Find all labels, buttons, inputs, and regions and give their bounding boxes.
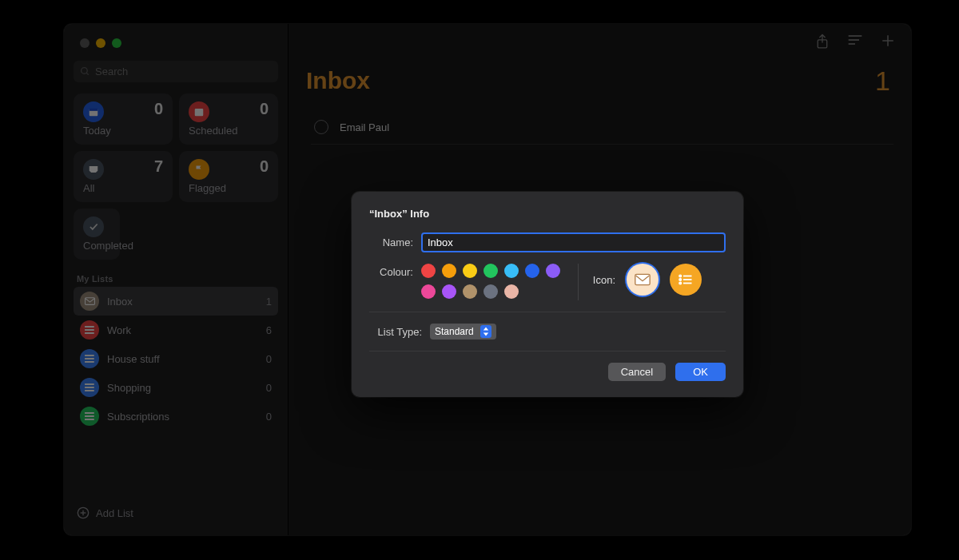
add-list-label: Add List [96,507,133,519]
sidebar-section-label: My Lists [77,274,275,284]
sidebar-list-count: 0 [266,411,272,423]
bullet-list-icon [678,274,693,285]
colour-swatches [421,264,573,299]
smart-today[interactable]: 0 Today [74,93,173,145]
colour-swatch[interactable] [546,264,560,278]
smart-completed[interactable]: Completed [74,209,120,260]
vertical-separator [578,264,579,300]
colour-swatch[interactable] [525,264,539,278]
flag-icon [189,159,209,180]
sidebar-list-inbox[interactable]: Inbox 1 [74,287,278,316]
search-field[interactable] [74,61,278,82]
smart-lists: 0 Today 0 Scheduled 7 All [74,93,278,202]
reminder-title: Email Paul [340,121,389,133]
sidebar-list-house[interactable]: House stuff 0 [74,344,278,373]
smart-flagged-label: Flagged [189,182,269,194]
icon-option-bullet-list[interactable] [670,264,702,296]
cancel-button[interactable]: Cancel [608,363,666,381]
colour-icon-row: Colour: Icon: [369,264,726,300]
search-icon [80,66,90,77]
list-info-dialog: “Inbox” Info Name: Colour: Icon: [352,192,743,397]
colour-label: Colour: [369,264,413,278]
colour-swatch[interactable] [483,284,498,299]
envelope-icon [80,292,99,311]
svg-line-1 [86,73,89,75]
sidebar: 0 Today 0 Scheduled 7 All [64,24,288,535]
sidebar-list-shopping[interactable]: Shopping 0 [74,373,278,402]
smart-today-count: 0 [154,100,163,118]
separator [369,312,726,312]
colour-swatch[interactable] [463,284,477,299]
smart-flagged[interactable]: 0 Flagged [179,151,278,202]
list-title: Inbox [306,67,893,94]
icon-label: Icon: [583,274,615,286]
sidebar-list-label: Shopping [107,382,258,394]
list-icon [80,320,99,340]
colour-swatch[interactable] [421,264,436,278]
sidebar-list-count: 0 [266,353,272,365]
calendar-today-icon [83,101,104,122]
list-icon [80,378,99,397]
svg-rect-15 [635,274,650,284]
svg-rect-5 [85,298,94,305]
minimize-window-button[interactable] [96,38,105,48]
colour-swatch[interactable] [463,264,477,278]
list-type-select[interactable]: Standard [430,324,496,340]
window-controls [80,38,121,48]
sidebar-list-count: 6 [266,324,272,336]
list-icon [80,349,99,368]
colour-swatch[interactable] [504,264,519,278]
list-icon [80,407,99,426]
complete-toggle[interactable] [314,120,328,134]
sidebar-list-work[interactable]: Work 6 [74,316,278,344]
search-input[interactable] [95,66,272,77]
svg-point-0 [82,68,88,74]
svg-point-20 [679,282,681,284]
sidebar-list-label: Work [107,324,258,336]
reminder-row[interactable]: Email Paul [311,113,893,145]
plus-icon[interactable] [881,34,895,48]
sidebar-list-label: Inbox [107,296,258,308]
main-toolbar [815,34,895,50]
separator [369,351,726,351]
list-type-row: List Type: Standard [369,324,726,340]
close-window-button[interactable] [80,38,90,48]
maximize-window-button[interactable] [112,38,121,48]
name-label: Name: [369,236,413,248]
add-list-button[interactable]: Add List [74,500,278,526]
svg-point-18 [679,279,681,280]
smart-all-count: 7 [154,157,163,176]
smart-scheduled-count: 0 [260,100,269,118]
listtype-label: List Type: [369,326,422,338]
sidebar-list-count: 1 [266,296,272,308]
sidebar-list-count: 0 [266,382,272,394]
sidebar-list-subscriptions[interactable]: Subscriptions 0 [74,402,278,431]
dialog-title: “Inbox” Info [369,208,726,220]
sidebar-list-label: House stuff [107,353,258,365]
colour-swatch[interactable] [504,284,519,299]
svg-rect-4 [195,109,204,116]
lines-decrease-icon[interactable] [847,34,863,46]
checkmark-icon [83,216,104,237]
list-name-input[interactable] [421,232,726,252]
colour-swatch[interactable] [442,264,456,278]
select-arrows-icon [480,325,491,338]
smart-all-label: All [83,182,163,194]
share-icon[interactable] [815,34,830,50]
smart-all[interactable]: 7 All [74,151,173,202]
envelope-icon [635,273,651,286]
sidebar-list-label: Subscriptions [107,411,258,423]
smart-completed-label: Completed [83,240,110,252]
smart-today-label: Today [83,125,163,137]
ok-button[interactable]: OK [675,363,726,381]
plus-circle-icon [77,506,90,519]
colour-swatch[interactable] [442,284,456,299]
svg-rect-3 [90,109,98,111]
smart-scheduled[interactable]: 0 Scheduled [179,93,278,145]
icon-option-emoji[interactable] [627,264,659,296]
colour-swatch[interactable] [483,264,498,278]
reminders-window: 0 Today 0 Scheduled 7 All [64,24,911,535]
smart-scheduled-label: Scheduled [189,125,269,137]
list-type-value: Standard [435,326,474,337]
colour-swatch[interactable] [421,284,436,299]
